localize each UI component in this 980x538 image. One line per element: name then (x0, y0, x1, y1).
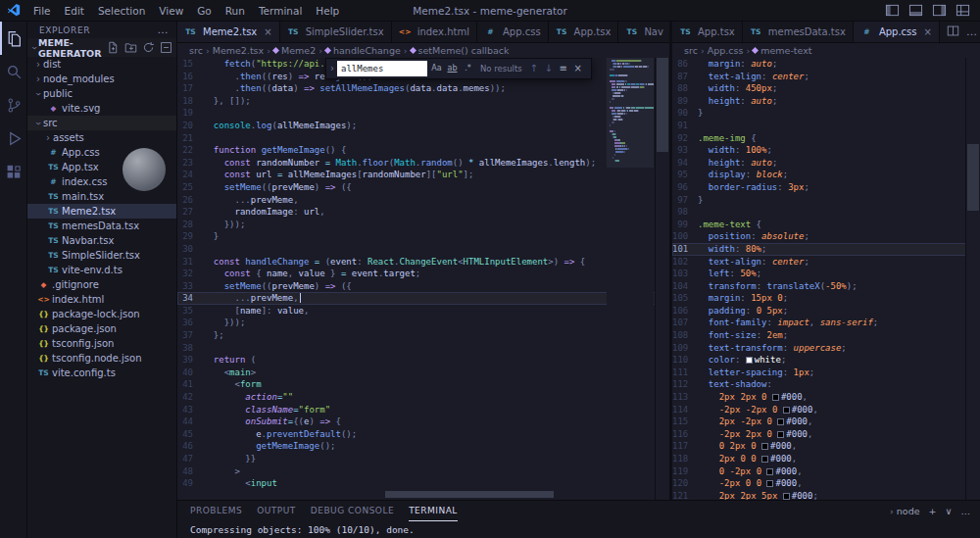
breadcrumb-item-src[interactable]: src (684, 45, 698, 56)
panel-more-icon[interactable]: … (961, 506, 971, 516)
breadcrumb-item-meme-text[interactable]: meme-text (753, 45, 811, 56)
explorer-icon[interactable] (0, 22, 26, 55)
code-line-48[interactable]: 48 > (177, 465, 669, 478)
code-line-97[interactable]: 97} (672, 194, 980, 207)
terminal-shell-select[interactable]: ›node (890, 506, 920, 516)
previous-match-icon[interactable]: ↑ (528, 63, 540, 75)
tree-item-gitignore[interactable]: ◆.gitignore (27, 277, 176, 292)
code-line-27[interactable]: 27 randomImage: url, (177, 206, 669, 219)
code-editor-appcss[interactable]: 86 margin: auto;87 text-align: center;88… (672, 58, 980, 500)
panel-tab-terminal[interactable]: TERMINAL (409, 501, 458, 521)
code-line-35[interactable]: 35 [name]: value, (177, 305, 669, 318)
run-debug-icon[interactable] (0, 122, 26, 155)
code-line-30[interactable]: 30 (177, 243, 669, 256)
code-line-103[interactable]: 103 left: 50%; (672, 268, 980, 280)
extensions-icon[interactable] (0, 155, 26, 188)
code-line-47[interactable]: 47 }} (177, 453, 669, 465)
vertical-scrollbar-left[interactable] (655, 58, 669, 500)
whole-word-icon[interactable]: ab (446, 63, 459, 75)
code-line-32[interactable]: 32 const { name, value } = event.target; (177, 268, 669, 280)
tree-item-node-modules[interactable]: ›node_modules (27, 72, 176, 86)
tab-app-tsx[interactable]: TSApp.tsx (672, 22, 743, 42)
close-tab-icon[interactable]: × (924, 26, 932, 37)
code-line-44[interactable]: 44 onSubmit={(e) => { (177, 416, 669, 428)
code-line-121[interactable]: 121 2px 2px 5px #000; (672, 490, 980, 500)
code-line-96[interactable]: 96 border-radius: 3px; (672, 181, 980, 194)
code-line-88[interactable]: 88 width: 450px; (672, 82, 980, 95)
more-actions-icon[interactable]: … (966, 25, 977, 38)
code-line-18[interactable]: 18 }, []); (177, 95, 669, 108)
scrollbar-thumb[interactable] (967, 144, 979, 211)
collapse-all-icon[interactable] (160, 41, 172, 54)
panel-tab-problems[interactable]: PROBLEMS (190, 501, 242, 521)
code-line-20[interactable]: 20 console.log(allMemeImages); (177, 120, 669, 132)
horizontal-scrollbar-left[interactable] (213, 491, 605, 498)
menu-view[interactable]: View (152, 0, 190, 22)
regex-icon[interactable]: .* (462, 63, 474, 75)
code-line-99[interactable]: 99.meme-text { (672, 219, 980, 231)
code-line-28[interactable]: 28 })); (177, 219, 669, 231)
code-line-90[interactable]: 90} (672, 107, 980, 120)
code-line-34[interactable]: 34 ...prevMeme, (177, 292, 669, 305)
code-line-45[interactable]: 45 e.preventDefault(); (177, 428, 669, 441)
tab-meme2-tsx[interactable]: TSMeme2.tsx× (177, 22, 280, 42)
breadcrumb-item-src[interactable]: src (189, 45, 203, 56)
layout-sidebar-icon[interactable] (885, 3, 900, 18)
scrollbar-thumb[interactable] (385, 491, 554, 498)
breadcrumb-item-handlechange[interactable]: handleChange (325, 45, 401, 56)
tree-item-src[interactable]: ›src (27, 116, 176, 130)
close-find-icon[interactable]: × (572, 63, 584, 75)
menu-selection[interactable]: Selection (91, 0, 152, 22)
code-line-17[interactable]: 17 .then((data) => setAllMemeImages(data… (177, 82, 669, 95)
code-line-42[interactable]: 42 action="" (177, 391, 669, 404)
code-line-107[interactable]: 107 font-family: impact, sans-serif; (672, 317, 980, 329)
tree-item-assets[interactable]: ›assets (27, 130, 176, 145)
tree-item-public[interactable]: ›public (27, 86, 176, 101)
tree-item-vite-svg[interactable]: ◆vite.svg (27, 101, 176, 116)
tree-item-tsconfig-node-json[interactable]: {}tsconfig.node.json (27, 351, 176, 366)
code-line-21[interactable]: 21 (177, 132, 669, 145)
project-header[interactable]: › MEME-GENERATOR (27, 38, 176, 57)
layout-panel-icon[interactable] (908, 3, 923, 18)
code-line-115[interactable]: 115 2px -2px 0 #000, (672, 416, 980, 428)
menu-help[interactable]: Help (309, 0, 346, 22)
tree-item-meme2-tsx[interactable]: TSMeme2.tsx (27, 204, 176, 219)
code-line-112[interactable]: 112 text-shadow: (672, 378, 980, 391)
code-line-92[interactable]: 92.meme-img { (672, 132, 980, 145)
code-line-94[interactable]: 94 height: auto; (672, 157, 980, 170)
breadcrumb-item-setmeme-callback[interactable]: setMeme() callback (411, 45, 510, 56)
tab-app-css[interactable]: #App.css (477, 22, 549, 42)
code-line-36[interactable]: 36 })); (177, 317, 669, 329)
tab-nav[interactable]: TSNav (618, 22, 669, 42)
code-line-100[interactable]: 100 position: absolute; (672, 230, 980, 243)
tab-index-html[interactable]: <>index.html (392, 22, 477, 42)
code-line-108[interactable]: 108 font-size: 2em; (672, 329, 980, 342)
code-line-89[interactable]: 89 height: auto; (672, 95, 980, 108)
code-line-87[interactable]: 87 text-align: center; (672, 71, 980, 83)
code-line-98[interactable]: 98 (672, 206, 980, 219)
find-in-selection-icon[interactable]: ≡ (558, 63, 569, 75)
code-line-95[interactable]: 95 display: block; (672, 169, 980, 181)
tree-item-dist[interactable]: ›dist (27, 57, 176, 72)
tree-item-tsconfig-json[interactable]: {}tsconfig.json (27, 336, 176, 351)
code-line-33[interactable]: 33 setMeme((prevMeme) => ({ (177, 280, 669, 293)
tab-simpleslider-tsx[interactable]: TSSimpleSlider.tsx (280, 22, 392, 42)
tree-item-index-html[interactable]: <>index.html (27, 292, 176, 307)
code-line-29[interactable]: 29 } (177, 230, 669, 243)
code-line-117[interactable]: 117 0 2px 0 #000, (672, 440, 980, 453)
code-line-114[interactable]: 114 -2px -2px 0 #000, (672, 404, 980, 416)
code-line-101[interactable]: 101 width: 80%; (672, 243, 980, 256)
minimap[interactable] (607, 58, 654, 500)
code-line-120[interactable]: 120 -2px 0 0 #000, (672, 477, 980, 490)
code-line-40[interactable]: 40 <main> (177, 367, 669, 379)
tree-item-vite-env-d-ts[interactable]: TSvite-env.d.ts (27, 263, 176, 277)
tree-item-vite-config-ts[interactable]: TSvite.config.ts (27, 366, 176, 380)
menu-run[interactable]: Run (219, 0, 252, 22)
code-line-104[interactable]: 104 transform: translateX(-50%); (672, 280, 980, 293)
code-line-39[interactable]: 39 return ( (177, 354, 669, 367)
code-line-23[interactable]: 23 const randomNumber = Math.floor(Math.… (177, 157, 669, 170)
menu-go[interactable]: Go (190, 0, 219, 22)
code-line-116[interactable]: 116 -2px 2px 0 #000, (672, 428, 980, 441)
tree-item-main-tsx[interactable]: TSmain.tsx (27, 189, 176, 204)
code-line-22[interactable]: 22 function getMemeImage() { (177, 144, 669, 157)
